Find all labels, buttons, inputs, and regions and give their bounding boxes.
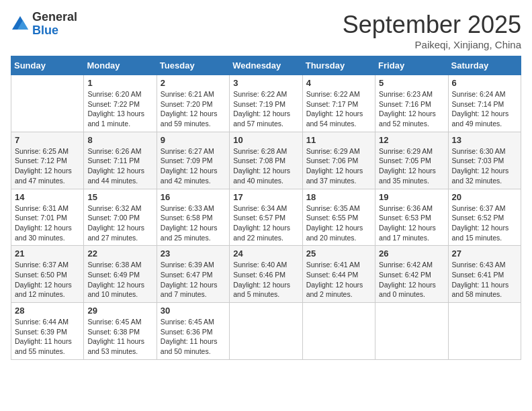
day-number: 20 [452,192,517,202]
calendar-cell: 25Sunrise: 6:41 AM Sunset: 6:44 PM Dayli… [302,246,375,303]
day-number: 9 [161,135,226,145]
calendar-cell: 9Sunrise: 6:27 AM Sunset: 7:09 PM Daylig… [157,132,229,189]
calendar-week-row: 21Sunrise: 6:37 AM Sunset: 6:50 PM Dayli… [11,246,521,303]
day-number: 27 [452,248,517,259]
day-info: Sunrise: 6:28 AM Sunset: 7:08 PM Dayligh… [233,146,298,186]
calendar-cell: 24Sunrise: 6:40 AM Sunset: 6:46 PM Dayli… [230,246,302,303]
day-info: Sunrise: 6:36 AM Sunset: 6:53 PM Dayligh… [379,203,444,243]
day-number: 4 [306,78,371,88]
page-header: General Blue September 2025 Paikeqi, Xin… [11,11,521,50]
day-info: Sunrise: 6:21 AM Sunset: 7:20 PM Dayligh… [161,89,226,129]
calendar-header-row: SundayMondayTuesdayWednesdayThursdayFrid… [11,56,521,75]
logo-blue: Blue [32,24,77,38]
column-header-wednesday: Wednesday [230,56,302,75]
calendar-cell: 13Sunrise: 6:30 AM Sunset: 7:03 PM Dayli… [448,132,521,189]
day-number: 12 [379,135,444,145]
day-number: 13 [452,135,517,145]
calendar-cell [230,303,302,360]
day-number: 25 [306,248,371,259]
day-info: Sunrise: 6:42 AM Sunset: 6:42 PM Dayligh… [379,260,444,300]
day-info: Sunrise: 6:22 AM Sunset: 7:17 PM Dayligh… [306,89,371,129]
calendar-cell: 6Sunrise: 6:24 AM Sunset: 7:14 PM Daylig… [448,75,521,132]
calendar-cell: 11Sunrise: 6:29 AM Sunset: 7:06 PM Dayli… [302,132,375,189]
column-header-sunday: Sunday [11,56,84,75]
logo-text: General Blue [32,11,77,38]
calendar-cell [448,303,521,360]
day-number: 26 [379,248,444,259]
column-header-thursday: Thursday [302,56,375,75]
calendar-cell: 22Sunrise: 6:38 AM Sunset: 6:49 PM Dayli… [84,246,157,303]
calendar-cell [11,75,84,132]
calendar-cell: 18Sunrise: 6:35 AM Sunset: 6:55 PM Dayli… [302,189,375,246]
calendar-week-row: 28Sunrise: 6:44 AM Sunset: 6:39 PM Dayli… [11,303,521,360]
column-header-saturday: Saturday [448,56,521,75]
calendar-week-row: 14Sunrise: 6:31 AM Sunset: 7:01 PM Dayli… [11,189,521,246]
calendar-cell: 29Sunrise: 6:45 AM Sunset: 6:38 PM Dayli… [84,303,157,360]
day-number: 21 [15,248,80,259]
logo-icon [11,15,30,34]
day-number: 29 [87,306,152,316]
day-number: 2 [161,78,226,88]
day-number: 16 [161,192,226,202]
day-info: Sunrise: 6:35 AM Sunset: 6:55 PM Dayligh… [306,203,371,243]
day-info: Sunrise: 6:40 AM Sunset: 6:46 PM Dayligh… [233,260,298,300]
day-info: Sunrise: 6:37 AM Sunset: 6:50 PM Dayligh… [15,260,80,300]
day-info: Sunrise: 6:23 AM Sunset: 7:16 PM Dayligh… [379,89,444,129]
logo: General Blue [11,11,77,38]
day-number: 24 [233,248,298,259]
day-number: 17 [233,192,298,202]
day-number: 15 [87,192,152,202]
day-info: Sunrise: 6:24 AM Sunset: 7:14 PM Dayligh… [452,89,517,129]
calendar-cell: 4Sunrise: 6:22 AM Sunset: 7:17 PM Daylig… [302,75,375,132]
calendar-cell: 15Sunrise: 6:32 AM Sunset: 7:00 PM Dayli… [84,189,157,246]
day-info: Sunrise: 6:30 AM Sunset: 7:03 PM Dayligh… [452,146,517,186]
day-info: Sunrise: 6:32 AM Sunset: 7:00 PM Dayligh… [87,203,152,243]
calendar-week-row: 1Sunrise: 6:20 AM Sunset: 7:22 PM Daylig… [11,75,521,132]
calendar-cell: 20Sunrise: 6:37 AM Sunset: 6:52 PM Dayli… [448,189,521,246]
calendar-cell: 21Sunrise: 6:37 AM Sunset: 6:50 PM Dayli… [11,246,84,303]
day-info: Sunrise: 6:45 AM Sunset: 6:36 PM Dayligh… [161,317,226,357]
day-number: 23 [161,248,226,259]
logo-general: General [32,11,77,24]
day-info: Sunrise: 6:43 AM Sunset: 6:41 PM Dayligh… [452,260,517,300]
day-info: Sunrise: 6:26 AM Sunset: 7:11 PM Dayligh… [87,146,152,186]
day-number: 1 [87,78,152,88]
calendar-cell: 10Sunrise: 6:28 AM Sunset: 7:08 PM Dayli… [230,132,302,189]
calendar-cell: 1Sunrise: 6:20 AM Sunset: 7:22 PM Daylig… [84,75,157,132]
day-number: 18 [306,192,371,202]
day-info: Sunrise: 6:25 AM Sunset: 7:12 PM Dayligh… [15,146,80,186]
calendar-week-row: 7Sunrise: 6:25 AM Sunset: 7:12 PM Daylig… [11,132,521,189]
day-info: Sunrise: 6:39 AM Sunset: 6:47 PM Dayligh… [161,260,226,300]
day-info: Sunrise: 6:29 AM Sunset: 7:05 PM Dayligh… [379,146,444,186]
day-info: Sunrise: 6:44 AM Sunset: 6:39 PM Dayligh… [15,317,80,357]
day-number: 7 [15,135,80,145]
calendar-cell: 19Sunrise: 6:36 AM Sunset: 6:53 PM Dayli… [375,189,448,246]
calendar-cell: 14Sunrise: 6:31 AM Sunset: 7:01 PM Dayli… [11,189,84,246]
month-title: September 2025 [343,11,521,39]
day-info: Sunrise: 6:27 AM Sunset: 7:09 PM Dayligh… [161,146,226,186]
day-number: 14 [15,192,80,202]
day-info: Sunrise: 6:22 AM Sunset: 7:19 PM Dayligh… [233,89,298,129]
calendar-cell [375,303,448,360]
calendar-table: SundayMondayTuesdayWednesdayThursdayFrid… [11,56,521,360]
day-number: 5 [379,78,444,88]
day-number: 10 [233,135,298,145]
calendar-cell: 8Sunrise: 6:26 AM Sunset: 7:11 PM Daylig… [84,132,157,189]
calendar-cell: 17Sunrise: 6:34 AM Sunset: 6:57 PM Dayli… [230,189,302,246]
day-info: Sunrise: 6:31 AM Sunset: 7:01 PM Dayligh… [15,203,80,243]
day-info: Sunrise: 6:45 AM Sunset: 6:38 PM Dayligh… [87,317,152,357]
calendar-cell: 28Sunrise: 6:44 AM Sunset: 6:39 PM Dayli… [11,303,84,360]
calendar-cell: 30Sunrise: 6:45 AM Sunset: 6:36 PM Dayli… [157,303,229,360]
day-number: 28 [15,306,80,316]
calendar-cell: 26Sunrise: 6:42 AM Sunset: 6:42 PM Dayli… [375,246,448,303]
day-number: 22 [87,248,152,259]
calendar-cell: 16Sunrise: 6:33 AM Sunset: 6:58 PM Dayli… [157,189,229,246]
day-info: Sunrise: 6:37 AM Sunset: 6:52 PM Dayligh… [452,203,517,243]
calendar-cell: 12Sunrise: 6:29 AM Sunset: 7:05 PM Dayli… [375,132,448,189]
calendar-cell: 3Sunrise: 6:22 AM Sunset: 7:19 PM Daylig… [230,75,302,132]
column-header-monday: Monday [84,56,157,75]
day-info: Sunrise: 6:34 AM Sunset: 6:57 PM Dayligh… [233,203,298,243]
location: Paikeqi, Xinjiang, China [343,39,521,50]
day-info: Sunrise: 6:33 AM Sunset: 6:58 PM Dayligh… [161,203,226,243]
day-number: 19 [379,192,444,202]
